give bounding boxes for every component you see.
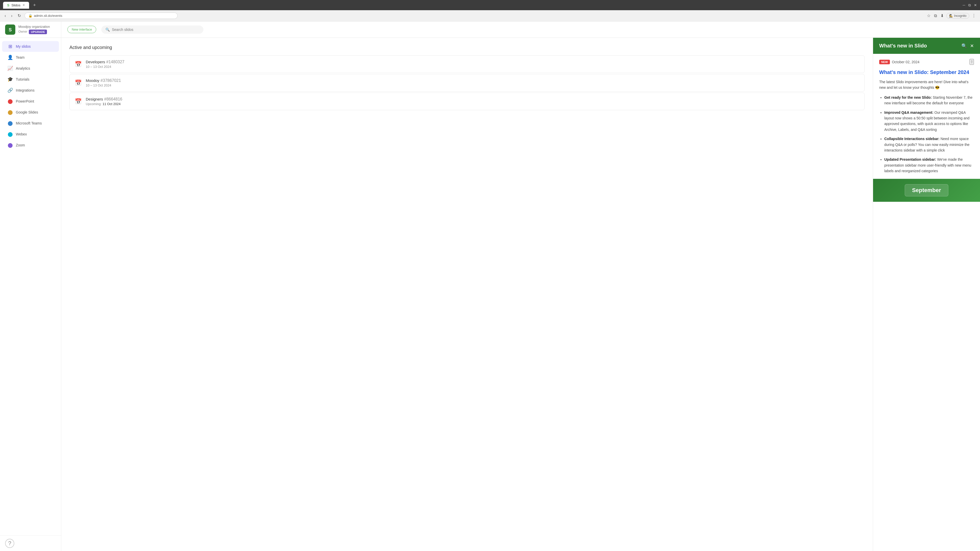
sidebar-item-my-slidos[interactable]: ⊞ My slidos [2,41,59,52]
incognito-label: Incognito [954,14,966,17]
item-bold-2: Collapsible Interactions sidebar: [884,137,939,141]
panel-search-button[interactable]: 🔍 [961,43,967,49]
menu-button[interactable]: ⋮ [971,12,977,19]
news-date: October 02, 2024 [892,60,920,64]
tab-close-btn[interactable]: ✕ [22,3,25,7]
item-bold-1: Improved Q&A management: [884,110,933,114]
sidebar-item-integrations[interactable]: 🔗 Integrations [2,85,59,96]
panel-header-icons: 🔍 ✕ [961,43,974,49]
svg-text:S: S [9,27,12,32]
event-list: 📅 Developers #1480327 10 – 13 Oct 2024 📅 [69,56,865,110]
new-badge: NEW [879,60,890,64]
share-button[interactable]: ⇧ [969,59,974,65]
panel-title: What's new in Slido [879,43,927,49]
new-interface-button[interactable]: New interface [67,26,96,33]
sidebar-item-label-webex: Webex [16,132,27,136]
sidebar-item-label-google-slides: Google Slides [16,110,38,114]
browser-titlebar: S Slidos ✕ + ─ ⧉ ✕ [0,0,980,10]
panel-header: What's new in Slido 🔍 ✕ [873,38,980,54]
back-button[interactable]: ‹ [3,13,7,19]
webex-icon: ⬤ [7,131,13,137]
calendar-icon: 📅 [75,79,82,86]
right-panel: What's new in Slido 🔍 ✕ NEW October 02, … [873,38,980,551]
event-name-row: Moodoy #37867021 [86,78,121,83]
upgrade-button[interactable]: UPGRADE [29,30,47,34]
table-row[interactable]: 📅 Developers #1480327 10 – 13 Oct 2024 [69,56,865,73]
browser-chrome: S Slidos ✕ + ─ ⧉ ✕ ‹ › ↻ 🔒 admin.sli.do/… [0,0,980,21]
help-button[interactable]: ? [5,539,14,548]
forward-button[interactable]: › [10,13,14,19]
month-label: September [905,184,948,197]
body-area: ⊞ My slidos 👤 Team 📈 Analytics 🎓 Tutoria… [0,38,980,551]
active-tab[interactable]: S Slidos ✕ [3,2,29,9]
extensions-icon[interactable]: ⧉ [933,13,938,19]
close-button[interactable]: ✕ [974,3,977,7]
news-date-row: NEW October 02, 2024 ⇧ [879,59,974,65]
article-intro: The latest Slido improvements are here! … [879,79,974,91]
powerpoint-icon: ⬤ [7,98,13,104]
role-label: Owner [18,30,27,33]
table-row[interactable]: 📅 Designers #8664816 Upcoming: 11 Oct 20… [69,93,865,110]
table-row[interactable]: 📅 Moodoy #37867021 10 – 13 Oct 2024 [69,74,865,92]
incognito-badge: 🕵 Incognito [946,13,969,19]
tab-favicon: S [7,3,10,7]
window-controls: ─ ⧉ ✕ [963,3,977,7]
reload-button[interactable]: ↻ [16,12,22,19]
sidebar-footer: ? [0,535,61,551]
microsoft-teams-icon: ⬤ [7,121,13,126]
tutorials-icon: 🎓 [7,76,13,82]
sidebar-item-zoom[interactable]: ⬤ Zoom [2,140,59,151]
zoom-icon: ⬤ [7,142,13,148]
restore-button[interactable]: ⧉ [968,3,971,7]
event-name: Designers [86,97,103,101]
sidebar: ⊞ My slidos 👤 Team 📈 Analytics 🎓 Tutoria… [0,38,61,551]
my-slidos-icon: ⊞ [7,44,13,49]
item-bold-0: Get ready for the new Slido: [884,95,932,100]
event-name: Moodoy [86,78,99,83]
sidebar-item-tutorials[interactable]: 🎓 Tutorials [2,74,59,85]
sidebar-item-label-zoom: Zoom [16,143,25,147]
item-bold-3: Updated Presentation sidebar: [884,157,936,162]
sidebar-item-label-team: Team [16,56,24,59]
list-item: Updated Presentation sidebar: We've made… [884,157,974,174]
list-item: Get ready for the new Slido: Starting No… [884,95,974,106]
event-details: Designers #8664816 Upcoming: 11 Oct 2024 [86,97,122,106]
search-input[interactable] [112,27,199,32]
event-date: 10 – 13 Oct 2024 [86,83,121,87]
top-bar: S Moodjoy organization Owner UPGRADE New… [0,21,980,38]
incognito-icon: 🕵 [949,14,953,17]
url-text: admin.sli.do/events [34,14,62,17]
sidebar-item-webex[interactable]: ⬤ Webex [2,129,59,140]
event-details: Developers #1480327 10 – 13 Oct 2024 [86,60,124,68]
panel-footer: September [873,179,980,202]
article-title: What's new in Slido: September 2024 [879,69,974,76]
toolbar-icons: ☆ ⧉ ⬇ 🕵 Incognito ⋮ [926,12,977,19]
new-tab-button[interactable]: + [31,3,38,8]
sidebar-item-powerpoint[interactable]: ⬤ PowerPoint [2,96,59,106]
download-icon[interactable]: ⬇ [939,12,945,19]
panel-close-button[interactable]: ✕ [970,43,974,49]
address-bar[interactable]: 🔒 admin.sli.do/events [24,13,178,19]
news-list: Get ready for the new Slido: Starting No… [879,95,974,174]
minimize-button[interactable]: ─ [963,3,965,7]
google-slides-icon: ⬤ [7,110,13,115]
event-date: 10 – 13 Oct 2024 [86,65,124,68]
event-date: Upcoming: 11 Oct 2024 [86,102,122,106]
sidebar-item-analytics[interactable]: 📈 Analytics [2,63,59,74]
search-bar-container: 🔍 [101,25,204,34]
sidebar-item-google-slides[interactable]: ⬤ Google Slides [2,107,59,118]
tab-label: Slidos [11,3,21,7]
sidebar-item-team[interactable]: 👤 Team [2,52,59,63]
search-icon: 🔍 [105,27,110,32]
main-inner: Active and upcoming 📅 Developers #148032… [61,38,873,118]
list-item: Improved Q&A management: Our revamped Q&… [884,110,974,133]
bookmark-icon[interactable]: ☆ [926,12,932,19]
sidebar-item-microsoft-teams[interactable]: ⬤ Microsoft Teams [2,118,59,129]
section-title: Active and upcoming [69,45,865,50]
sidebar-item-label-tutorials: Tutorials [16,77,29,81]
analytics-icon: 📈 [7,65,13,71]
event-id: #8664816 [104,97,122,101]
event-name: Developers [86,60,105,64]
team-icon: 👤 [7,55,13,60]
browser-toolbar: ‹ › ↻ 🔒 admin.sli.do/events ☆ ⧉ ⬇ 🕵 Inco… [0,10,980,21]
